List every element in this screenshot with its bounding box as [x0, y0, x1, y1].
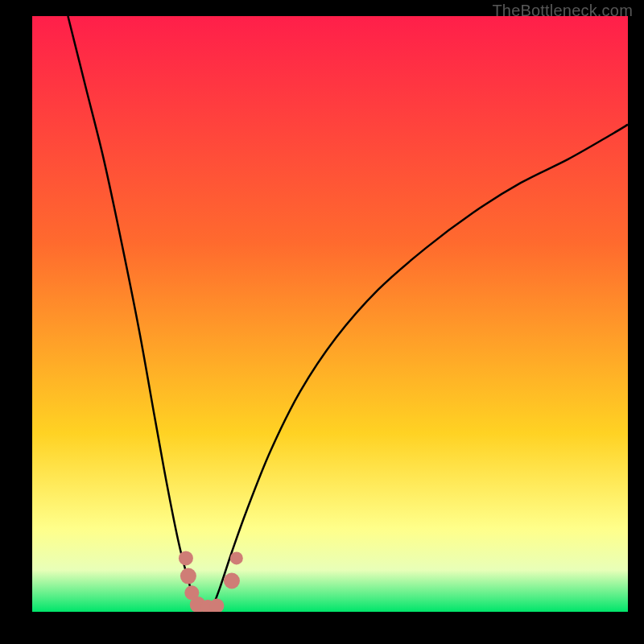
- data-marker: [230, 551, 243, 564]
- data-marker: [179, 551, 193, 565]
- data-marker: [180, 568, 196, 584]
- data-marker: [224, 573, 240, 589]
- watermark-text: TheBottleneck.com: [492, 2, 633, 20]
- plot-area: [32, 16, 628, 612]
- chart-frame: TheBottleneck.com: [0, 0, 644, 644]
- markers-layer: [32, 16, 628, 612]
- data-marker: [209, 599, 224, 612]
